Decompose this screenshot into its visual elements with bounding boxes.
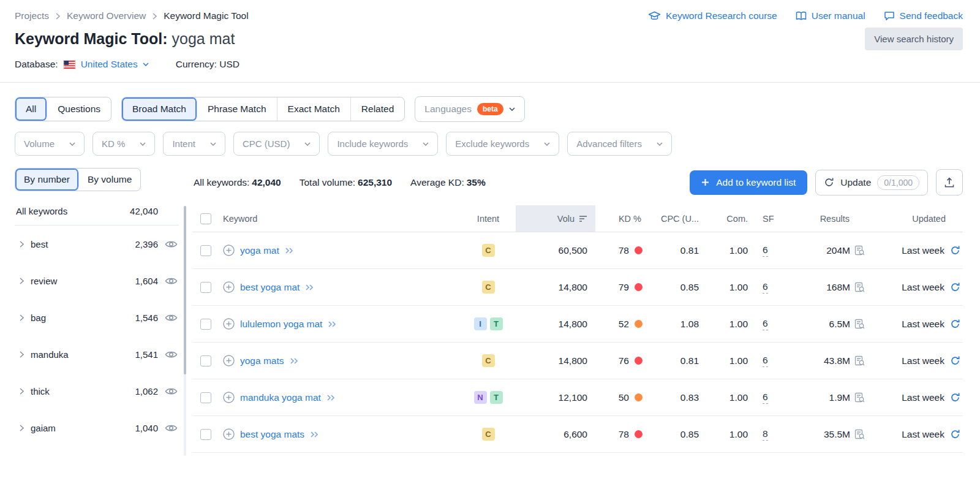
keyword-link[interactable]: lululemon yoga mat	[240, 319, 322, 330]
add-keyword-icon[interactable]	[223, 392, 235, 403]
column-header-sf[interactable]: SF	[758, 205, 793, 232]
view-serp-icon[interactable]	[854, 319, 865, 329]
add-keyword-icon[interactable]	[223, 281, 235, 293]
eye-icon[interactable]	[165, 387, 178, 396]
add-keyword-icon[interactable]	[223, 245, 235, 256]
refresh-row-icon[interactable]	[950, 319, 960, 329]
volume-cell: 60,500	[516, 245, 595, 256]
serp-features-count[interactable]: 6	[763, 318, 768, 330]
tab-exact-match[interactable]: Exact Match	[277, 97, 351, 121]
keyword-link[interactable]: manduka yoga mat	[240, 392, 321, 403]
eye-icon[interactable]	[165, 240, 178, 249]
keyword-research-course-link[interactable]: Keyword Research course	[648, 10, 777, 21]
eye-icon[interactable]	[165, 276, 178, 286]
row-checkbox[interactable]	[200, 392, 211, 403]
all-keywords-row[interactable]: All keywords 42,040	[15, 197, 179, 226]
add-keyword-icon[interactable]	[223, 318, 235, 330]
select-all-checkbox[interactable]	[200, 213, 211, 224]
column-header-cpc[interactable]: CPC (U...	[647, 205, 709, 232]
filter-dropdown[interactable]: CPC (USD)	[233, 132, 320, 156]
keyword-link[interactable]: yoga mat	[240, 245, 279, 256]
filter-dropdown[interactable]: Include keywords	[328, 132, 438, 156]
filter-dropdown[interactable]: KD %	[92, 132, 155, 156]
eye-icon[interactable]	[165, 423, 178, 433]
serp-features-count[interactable]: 8	[763, 428, 768, 441]
filter-dropdown[interactable]: Advanced filters	[567, 132, 672, 156]
tab-broad-match[interactable]: Broad Match	[122, 97, 197, 121]
view-serp-icon[interactable]	[854, 392, 865, 403]
breadcrumb-keyword-overview[interactable]: Keyword Overview	[67, 10, 146, 21]
refresh-row-icon[interactable]	[950, 282, 960, 292]
view-serp-icon[interactable]	[854, 245, 865, 256]
competition-cell: 1.00	[709, 355, 758, 366]
refresh-row-icon[interactable]	[950, 392, 960, 403]
column-header-volume[interactable]: Volu	[516, 205, 595, 232]
column-header-keyword[interactable]: Keyword	[219, 205, 461, 232]
sort-by-number-tab[interactable]: By number	[15, 169, 79, 191]
tab-questions[interactable]: Questions	[47, 97, 111, 121]
row-checkbox[interactable]	[200, 355, 211, 366]
refresh-row-icon[interactable]	[950, 429, 960, 439]
sidebar-scrollbar[interactable]	[184, 206, 186, 456]
eye-icon[interactable]	[165, 350, 178, 359]
database-value: United States	[81, 59, 138, 70]
column-header-kd[interactable]: KD %	[595, 205, 647, 232]
eye-icon[interactable]	[165, 313, 178, 322]
keyword-link[interactable]: best yoga mats	[240, 429, 304, 440]
expand-keyword-icon[interactable]	[310, 431, 318, 438]
filter-dropdown[interactable]: Exclude keywords	[446, 132, 559, 156]
breadcrumb-projects[interactable]: Projects	[15, 10, 49, 21]
column-header-intent[interactable]: Intent	[461, 205, 516, 232]
expand-keyword-icon[interactable]	[290, 358, 298, 364]
serp-features-count[interactable]: 6	[763, 355, 768, 367]
expand-keyword-icon[interactable]	[285, 248, 293, 254]
chevron-down-icon	[509, 107, 515, 111]
send-feedback-link[interactable]: Send feedback	[884, 10, 963, 21]
expand-keyword-icon[interactable]	[326, 395, 335, 401]
update-button[interactable]: Update 0/1,000	[815, 170, 928, 195]
filter-dropdown[interactable]: Intent	[163, 132, 225, 156]
column-header-results[interactable]: Results	[793, 205, 870, 232]
keyword-group-row[interactable]: manduka 1,541	[15, 336, 179, 373]
serp-features-count[interactable]: 6	[763, 245, 768, 257]
keyword-group-row[interactable]: review 1,604	[15, 262, 179, 299]
feedback-link-label: Send feedback	[900, 10, 963, 21]
serp-features-count[interactable]: 6	[763, 392, 768, 404]
languages-dropdown[interactable]: Languages beta	[415, 96, 524, 122]
add-keyword-icon[interactable]	[223, 355, 235, 366]
row-checkbox[interactable]	[200, 319, 211, 330]
export-button[interactable]	[936, 169, 963, 195]
keyword-group-row[interactable]: bag 1,546	[15, 299, 179, 336]
scrollbar-thumb[interactable]	[184, 206, 186, 374]
view-serp-icon[interactable]	[854, 282, 865, 292]
table-row: manduka yoga mat NT 12,100 50 0.83 1.00 …	[192, 379, 963, 416]
serp-features-count[interactable]: 6	[763, 281, 768, 294]
tab-all[interactable]: All	[15, 97, 47, 121]
view-serp-icon[interactable]	[854, 355, 865, 366]
column-header-updated[interactable]: Updated	[870, 205, 963, 232]
user-manual-link[interactable]: User manual	[796, 10, 865, 21]
column-header-com[interactable]: Com.	[709, 205, 758, 232]
tab-related[interactable]: Related	[351, 97, 404, 121]
sort-by-volume-tab[interactable]: By volume	[79, 169, 140, 191]
tab-phrase-match[interactable]: Phrase Match	[197, 97, 277, 121]
filter-dropdown[interactable]: Volume	[15, 132, 85, 156]
row-checkbox[interactable]	[200, 245, 211, 256]
refresh-row-icon[interactable]	[950, 355, 960, 366]
keyword-link[interactable]: yoga mats	[240, 355, 284, 366]
keyword-group-row[interactable]: gaiam 1,040	[15, 409, 179, 446]
refresh-row-icon[interactable]	[950, 245, 960, 256]
keyword-group-row[interactable]: best 2,396	[15, 226, 179, 262]
keyword-group-row[interactable]: thick 1,062	[15, 373, 179, 409]
expand-keyword-icon[interactable]	[305, 284, 314, 290]
view-search-history-button[interactable]: View search history	[865, 28, 963, 50]
add-to-keyword-list-button[interactable]: Add to keyword list	[690, 170, 807, 195]
row-checkbox[interactable]	[200, 429, 211, 440]
intent-badge-T: T	[490, 391, 503, 404]
database-selector[interactable]: United States	[63, 59, 149, 70]
expand-keyword-icon[interactable]	[328, 321, 336, 327]
view-serp-icon[interactable]	[854, 429, 865, 439]
add-keyword-icon[interactable]	[223, 428, 235, 440]
row-checkbox[interactable]	[200, 282, 211, 293]
keyword-link[interactable]: best yoga mat	[240, 282, 300, 293]
